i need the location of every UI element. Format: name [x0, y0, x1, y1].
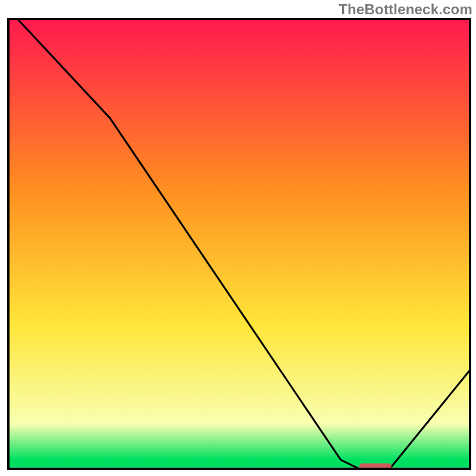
chart-stage: TheBottleneck.com: [0, 0, 476, 476]
gradient-background: [8, 19, 470, 469]
plot-area: [7, 18, 471, 470]
chart-svg: [7, 18, 471, 470]
watermark-text: TheBottleneck.com: [339, 1, 472, 18]
